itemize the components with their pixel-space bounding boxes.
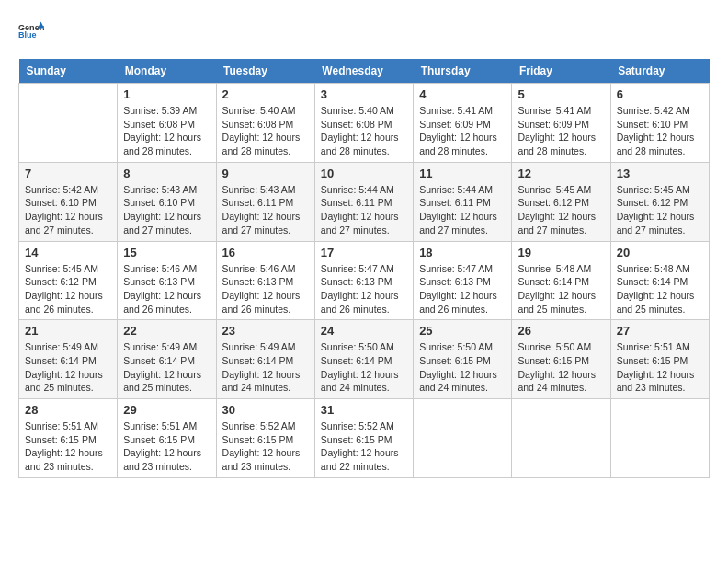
- calendar-cell: 9Sunrise: 5:43 AMSunset: 6:11 PMDaylight…: [216, 162, 314, 241]
- day-number: 24: [321, 324, 407, 338]
- calendar-cell: [610, 399, 709, 478]
- calendar-cell: 4Sunrise: 5:41 AMSunset: 6:09 PMDaylight…: [414, 84, 512, 163]
- weekday-header-friday: Friday: [512, 59, 610, 84]
- weekday-header-wednesday: Wednesday: [314, 59, 413, 84]
- day-number: 26: [518, 324, 604, 338]
- day-number: 17: [321, 246, 407, 259]
- cell-text: Sunrise: 5:39 AMSunset: 6:08 PMDaylight:…: [123, 104, 210, 158]
- calendar-cell: 19Sunrise: 5:48 AMSunset: 6:14 PMDayligh…: [512, 241, 610, 320]
- cell-text: Sunrise: 5:52 AMSunset: 6:15 PMDaylight:…: [222, 419, 309, 474]
- calendar-week-row: 7Sunrise: 5:42 AMSunset: 6:10 PMDaylight…: [19, 162, 710, 241]
- calendar-cell: 21Sunrise: 5:49 AMSunset: 6:14 PMDayligh…: [19, 320, 118, 399]
- cell-text: Sunrise: 5:41 AMSunset: 6:09 PMDaylight:…: [419, 104, 506, 158]
- weekday-header-row: SundayMondayTuesdayWednesdayThursdayFrid…: [19, 59, 710, 84]
- cell-text: Sunrise: 5:45 AMSunset: 6:12 PMDaylight:…: [518, 183, 604, 237]
- calendar-cell: 2Sunrise: 5:40 AMSunset: 6:08 PMDaylight…: [216, 84, 314, 163]
- calendar-cell: 11Sunrise: 5:44 AMSunset: 6:11 PMDayligh…: [414, 162, 512, 241]
- day-number: 16: [222, 246, 309, 259]
- weekday-header-monday: Monday: [118, 59, 216, 84]
- day-number: 8: [123, 167, 210, 180]
- calendar-cell: 7Sunrise: 5:42 AMSunset: 6:10 PMDaylight…: [19, 162, 118, 241]
- weekday-header-saturday: Saturday: [610, 59, 709, 84]
- cell-text: Sunrise: 5:51 AMSunset: 6:15 PMDaylight:…: [25, 419, 111, 474]
- day-number: 21: [25, 324, 111, 338]
- day-number: 18: [419, 246, 506, 259]
- cell-text: Sunrise: 5:47 AMSunset: 6:13 PMDaylight:…: [321, 262, 407, 316]
- calendar-week-row: 14Sunrise: 5:45 AMSunset: 6:12 PMDayligh…: [19, 241, 710, 320]
- day-number: 10: [321, 167, 407, 180]
- calendar-cell: [19, 84, 118, 163]
- calendar-cell: 3Sunrise: 5:40 AMSunset: 6:08 PMDaylight…: [314, 84, 413, 163]
- cell-text: Sunrise: 5:43 AMSunset: 6:11 PMDaylight:…: [222, 183, 309, 237]
- calendar-cell: 29Sunrise: 5:51 AMSunset: 6:15 PMDayligh…: [118, 399, 216, 478]
- calendar-cell: [414, 399, 512, 478]
- day-number: 14: [25, 246, 111, 259]
- day-number: 15: [123, 246, 210, 259]
- day-number: 27: [617, 324, 703, 338]
- cell-text: Sunrise: 5:44 AMSunset: 6:11 PMDaylight:…: [419, 183, 506, 237]
- cell-text: Sunrise: 5:45 AMSunset: 6:12 PMDaylight:…: [617, 183, 703, 237]
- calendar-cell: 13Sunrise: 5:45 AMSunset: 6:12 PMDayligh…: [610, 162, 709, 241]
- cell-text: Sunrise: 5:49 AMSunset: 6:14 PMDaylight:…: [25, 340, 111, 395]
- day-number: 23: [222, 324, 309, 338]
- day-number: 22: [123, 324, 210, 338]
- cell-text: Sunrise: 5:46 AMSunset: 6:13 PMDaylight:…: [222, 262, 309, 316]
- day-number: 2: [222, 87, 309, 101]
- calendar-cell: 28Sunrise: 5:51 AMSunset: 6:15 PMDayligh…: [19, 399, 118, 478]
- day-number: 20: [617, 246, 703, 259]
- day-number: 1: [123, 87, 210, 101]
- day-number: 29: [123, 403, 210, 417]
- calendar-cell: 8Sunrise: 5:43 AMSunset: 6:10 PMDaylight…: [118, 162, 216, 241]
- svg-text:Blue: Blue: [18, 30, 37, 40]
- calendar-cell: 26Sunrise: 5:50 AMSunset: 6:15 PMDayligh…: [512, 320, 610, 399]
- calendar-table: SundayMondayTuesdayWednesdayThursdayFrid…: [18, 59, 710, 478]
- calendar-cell: 23Sunrise: 5:49 AMSunset: 6:14 PMDayligh…: [216, 320, 314, 399]
- calendar-cell: 1Sunrise: 5:39 AMSunset: 6:08 PMDaylight…: [118, 84, 216, 163]
- calendar-week-row: 28Sunrise: 5:51 AMSunset: 6:15 PMDayligh…: [19, 399, 710, 478]
- calendar-cell: 30Sunrise: 5:52 AMSunset: 6:15 PMDayligh…: [216, 399, 314, 478]
- day-number: 4: [419, 87, 506, 101]
- calendar-cell: 18Sunrise: 5:47 AMSunset: 6:13 PMDayligh…: [414, 241, 512, 320]
- day-number: 30: [222, 403, 309, 417]
- cell-text: Sunrise: 5:42 AMSunset: 6:10 PMDaylight:…: [25, 183, 111, 237]
- cell-text: Sunrise: 5:50 AMSunset: 6:15 PMDaylight:…: [419, 340, 506, 395]
- day-number: 28: [25, 403, 111, 417]
- calendar-cell: 5Sunrise: 5:41 AMSunset: 6:09 PMDaylight…: [512, 84, 610, 163]
- calendar-cell: 6Sunrise: 5:42 AMSunset: 6:10 PMDaylight…: [610, 84, 709, 163]
- cell-text: Sunrise: 5:41 AMSunset: 6:09 PMDaylight:…: [518, 104, 604, 158]
- day-number: 12: [518, 167, 604, 180]
- calendar-cell: 14Sunrise: 5:45 AMSunset: 6:12 PMDayligh…: [19, 241, 118, 320]
- calendar-cell: 24Sunrise: 5:50 AMSunset: 6:14 PMDayligh…: [314, 320, 413, 399]
- calendar-cell: 10Sunrise: 5:44 AMSunset: 6:11 PMDayligh…: [314, 162, 413, 241]
- cell-text: Sunrise: 5:51 AMSunset: 6:15 PMDaylight:…: [617, 340, 703, 395]
- cell-text: Sunrise: 5:45 AMSunset: 6:12 PMDaylight:…: [25, 262, 111, 316]
- day-number: 3: [321, 87, 407, 101]
- day-number: 13: [617, 167, 703, 180]
- cell-text: Sunrise: 5:40 AMSunset: 6:08 PMDaylight:…: [321, 104, 407, 158]
- day-number: 9: [222, 167, 309, 180]
- day-number: 19: [518, 246, 604, 259]
- cell-text: Sunrise: 5:48 AMSunset: 6:14 PMDaylight:…: [518, 262, 604, 316]
- cell-text: Sunrise: 5:43 AMSunset: 6:10 PMDaylight:…: [123, 183, 210, 237]
- calendar-cell: [512, 399, 610, 478]
- calendar-week-row: 21Sunrise: 5:49 AMSunset: 6:14 PMDayligh…: [19, 320, 710, 399]
- day-number: 6: [617, 87, 703, 101]
- cell-text: Sunrise: 5:52 AMSunset: 6:15 PMDaylight:…: [321, 419, 407, 474]
- cell-text: Sunrise: 5:51 AMSunset: 6:15 PMDaylight:…: [123, 419, 210, 474]
- day-number: 25: [419, 324, 506, 338]
- calendar-cell: 27Sunrise: 5:51 AMSunset: 6:15 PMDayligh…: [610, 320, 709, 399]
- cell-text: Sunrise: 5:48 AMSunset: 6:14 PMDaylight:…: [617, 262, 703, 316]
- calendar-cell: 31Sunrise: 5:52 AMSunset: 6:15 PMDayligh…: [314, 399, 413, 478]
- cell-text: Sunrise: 5:46 AMSunset: 6:13 PMDaylight:…: [123, 262, 210, 316]
- cell-text: Sunrise: 5:50 AMSunset: 6:15 PMDaylight:…: [518, 340, 604, 395]
- logo: General Blue: [18, 18, 48, 44]
- calendar-cell: 25Sunrise: 5:50 AMSunset: 6:15 PMDayligh…: [414, 320, 512, 399]
- cell-text: Sunrise: 5:42 AMSunset: 6:10 PMDaylight:…: [617, 104, 703, 158]
- calendar-cell: 12Sunrise: 5:45 AMSunset: 6:12 PMDayligh…: [512, 162, 610, 241]
- calendar-cell: 22Sunrise: 5:49 AMSunset: 6:14 PMDayligh…: [118, 320, 216, 399]
- cell-text: Sunrise: 5:44 AMSunset: 6:11 PMDaylight:…: [321, 183, 407, 237]
- calendar-cell: 17Sunrise: 5:47 AMSunset: 6:13 PMDayligh…: [314, 241, 413, 320]
- weekday-header-sunday: Sunday: [19, 59, 118, 84]
- day-number: 7: [25, 167, 111, 180]
- calendar-week-row: 1Sunrise: 5:39 AMSunset: 6:08 PMDaylight…: [19, 84, 710, 163]
